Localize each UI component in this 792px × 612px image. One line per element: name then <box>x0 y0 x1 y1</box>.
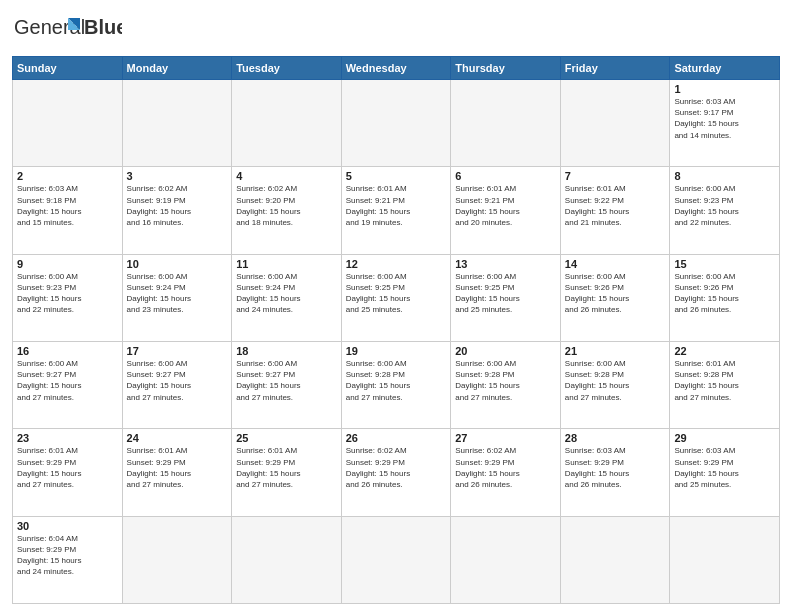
header: General Blue <box>12 10 780 50</box>
calendar-cell: 23Sunrise: 6:01 AM Sunset: 9:29 PM Dayli… <box>13 429 123 516</box>
calendar-cell <box>232 80 342 167</box>
day-number: 2 <box>17 170 118 182</box>
calendar-cell: 19Sunrise: 6:00 AM Sunset: 9:28 PM Dayli… <box>341 341 451 428</box>
day-number: 14 <box>565 258 666 270</box>
calendar-cell <box>560 80 670 167</box>
calendar-cell: 13Sunrise: 6:00 AM Sunset: 9:25 PM Dayli… <box>451 254 561 341</box>
day-info: Sunrise: 6:00 AM Sunset: 9:28 PM Dayligh… <box>565 358 666 403</box>
calendar-cell: 21Sunrise: 6:00 AM Sunset: 9:28 PM Dayli… <box>560 341 670 428</box>
day-info: Sunrise: 6:03 AM Sunset: 9:18 PM Dayligh… <box>17 183 118 228</box>
calendar-cell: 24Sunrise: 6:01 AM Sunset: 9:29 PM Dayli… <box>122 429 232 516</box>
col-sunday: Sunday <box>13 57 123 80</box>
day-number: 17 <box>127 345 228 357</box>
day-info: Sunrise: 6:00 AM Sunset: 9:23 PM Dayligh… <box>17 271 118 316</box>
day-number: 18 <box>236 345 337 357</box>
day-number: 11 <box>236 258 337 270</box>
calendar-cell <box>122 516 232 603</box>
day-number: 12 <box>346 258 447 270</box>
day-number: 29 <box>674 432 775 444</box>
day-info: Sunrise: 6:00 AM Sunset: 9:24 PM Dayligh… <box>127 271 228 316</box>
calendar-cell: 29Sunrise: 6:03 AM Sunset: 9:29 PM Dayli… <box>670 429 780 516</box>
day-number: 9 <box>17 258 118 270</box>
calendar-cell <box>670 516 780 603</box>
calendar-table: Sunday Monday Tuesday Wednesday Thursday… <box>12 56 780 604</box>
calendar-cell: 17Sunrise: 6:00 AM Sunset: 9:27 PM Dayli… <box>122 341 232 428</box>
calendar-cell: 2Sunrise: 6:03 AM Sunset: 9:18 PM Daylig… <box>13 167 123 254</box>
day-number: 23 <box>17 432 118 444</box>
calendar-cell <box>560 516 670 603</box>
day-number: 4 <box>236 170 337 182</box>
svg-text:Blue: Blue <box>84 16 122 38</box>
day-number: 5 <box>346 170 447 182</box>
day-info: Sunrise: 6:00 AM Sunset: 9:27 PM Dayligh… <box>17 358 118 403</box>
col-monday: Monday <box>122 57 232 80</box>
day-info: Sunrise: 6:02 AM Sunset: 9:29 PM Dayligh… <box>346 445 447 490</box>
col-wednesday: Wednesday <box>341 57 451 80</box>
day-info: Sunrise: 6:01 AM Sunset: 9:29 PM Dayligh… <box>17 445 118 490</box>
calendar-cell: 3Sunrise: 6:02 AM Sunset: 9:19 PM Daylig… <box>122 167 232 254</box>
col-friday: Friday <box>560 57 670 80</box>
day-info: Sunrise: 6:01 AM Sunset: 9:21 PM Dayligh… <box>346 183 447 228</box>
calendar-cell: 1Sunrise: 6:03 AM Sunset: 9:17 PM Daylig… <box>670 80 780 167</box>
calendar-cell: 11Sunrise: 6:00 AM Sunset: 9:24 PM Dayli… <box>232 254 342 341</box>
day-number: 24 <box>127 432 228 444</box>
calendar-cell: 10Sunrise: 6:00 AM Sunset: 9:24 PM Dayli… <box>122 254 232 341</box>
day-number: 10 <box>127 258 228 270</box>
calendar-cell: 27Sunrise: 6:02 AM Sunset: 9:29 PM Dayli… <box>451 429 561 516</box>
day-number: 25 <box>236 432 337 444</box>
day-number: 15 <box>674 258 775 270</box>
calendar-cell: 7Sunrise: 6:01 AM Sunset: 9:22 PM Daylig… <box>560 167 670 254</box>
col-saturday: Saturday <box>670 57 780 80</box>
day-number: 13 <box>455 258 556 270</box>
col-thursday: Thursday <box>451 57 561 80</box>
day-info: Sunrise: 6:01 AM Sunset: 9:28 PM Dayligh… <box>674 358 775 403</box>
day-number: 7 <box>565 170 666 182</box>
calendar-cell: 15Sunrise: 6:00 AM Sunset: 9:26 PM Dayli… <box>670 254 780 341</box>
day-info: Sunrise: 6:00 AM Sunset: 9:25 PM Dayligh… <box>455 271 556 316</box>
calendar-cell: 22Sunrise: 6:01 AM Sunset: 9:28 PM Dayli… <box>670 341 780 428</box>
calendar-cell <box>451 516 561 603</box>
calendar-cell: 12Sunrise: 6:00 AM Sunset: 9:25 PM Dayli… <box>341 254 451 341</box>
day-number: 16 <box>17 345 118 357</box>
calendar-cell: 25Sunrise: 6:01 AM Sunset: 9:29 PM Dayli… <box>232 429 342 516</box>
calendar-cell <box>341 516 451 603</box>
calendar-cell: 26Sunrise: 6:02 AM Sunset: 9:29 PM Dayli… <box>341 429 451 516</box>
calendar-cell: 28Sunrise: 6:03 AM Sunset: 9:29 PM Dayli… <box>560 429 670 516</box>
calendar-cell <box>232 516 342 603</box>
calendar-cell: 16Sunrise: 6:00 AM Sunset: 9:27 PM Dayli… <box>13 341 123 428</box>
day-info: Sunrise: 6:02 AM Sunset: 9:19 PM Dayligh… <box>127 183 228 228</box>
day-number: 27 <box>455 432 556 444</box>
day-info: Sunrise: 6:00 AM Sunset: 9:24 PM Dayligh… <box>236 271 337 316</box>
col-tuesday: Tuesday <box>232 57 342 80</box>
calendar-cell: 4Sunrise: 6:02 AM Sunset: 9:20 PM Daylig… <box>232 167 342 254</box>
day-number: 1 <box>674 83 775 95</box>
day-info: Sunrise: 6:02 AM Sunset: 9:29 PM Dayligh… <box>455 445 556 490</box>
day-number: 28 <box>565 432 666 444</box>
calendar-cell: 8Sunrise: 6:00 AM Sunset: 9:23 PM Daylig… <box>670 167 780 254</box>
day-info: Sunrise: 6:00 AM Sunset: 9:25 PM Dayligh… <box>346 271 447 316</box>
day-number: 20 <box>455 345 556 357</box>
calendar-header-row: Sunday Monday Tuesday Wednesday Thursday… <box>13 57 780 80</box>
day-info: Sunrise: 6:04 AM Sunset: 9:29 PM Dayligh… <box>17 533 118 578</box>
day-info: Sunrise: 6:03 AM Sunset: 9:29 PM Dayligh… <box>565 445 666 490</box>
day-number: 3 <box>127 170 228 182</box>
day-number: 8 <box>674 170 775 182</box>
day-info: Sunrise: 6:00 AM Sunset: 9:27 PM Dayligh… <box>236 358 337 403</box>
day-number: 30 <box>17 520 118 532</box>
calendar-cell <box>13 80 123 167</box>
calendar-cell: 18Sunrise: 6:00 AM Sunset: 9:27 PM Dayli… <box>232 341 342 428</box>
day-info: Sunrise: 6:01 AM Sunset: 9:22 PM Dayligh… <box>565 183 666 228</box>
day-info: Sunrise: 6:00 AM Sunset: 9:26 PM Dayligh… <box>674 271 775 316</box>
calendar-cell: 14Sunrise: 6:00 AM Sunset: 9:26 PM Dayli… <box>560 254 670 341</box>
calendar-cell: 5Sunrise: 6:01 AM Sunset: 9:21 PM Daylig… <box>341 167 451 254</box>
calendar-cell <box>122 80 232 167</box>
logo: General Blue <box>12 10 122 50</box>
day-info: Sunrise: 6:00 AM Sunset: 9:28 PM Dayligh… <box>346 358 447 403</box>
day-number: 22 <box>674 345 775 357</box>
day-number: 19 <box>346 345 447 357</box>
day-number: 26 <box>346 432 447 444</box>
day-info: Sunrise: 6:00 AM Sunset: 9:26 PM Dayligh… <box>565 271 666 316</box>
day-number: 21 <box>565 345 666 357</box>
calendar-cell <box>341 80 451 167</box>
day-info: Sunrise: 6:00 AM Sunset: 9:28 PM Dayligh… <box>455 358 556 403</box>
